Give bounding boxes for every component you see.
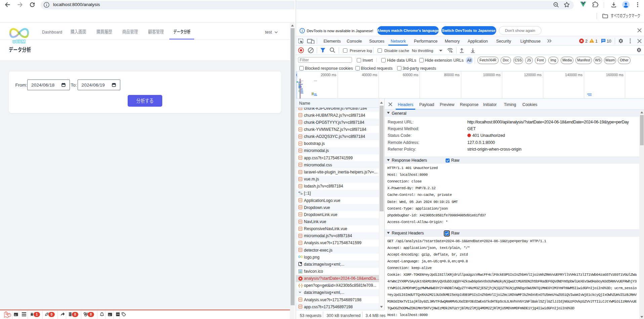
svg-text:uCRM: uCRM <box>12 39 26 44</box>
